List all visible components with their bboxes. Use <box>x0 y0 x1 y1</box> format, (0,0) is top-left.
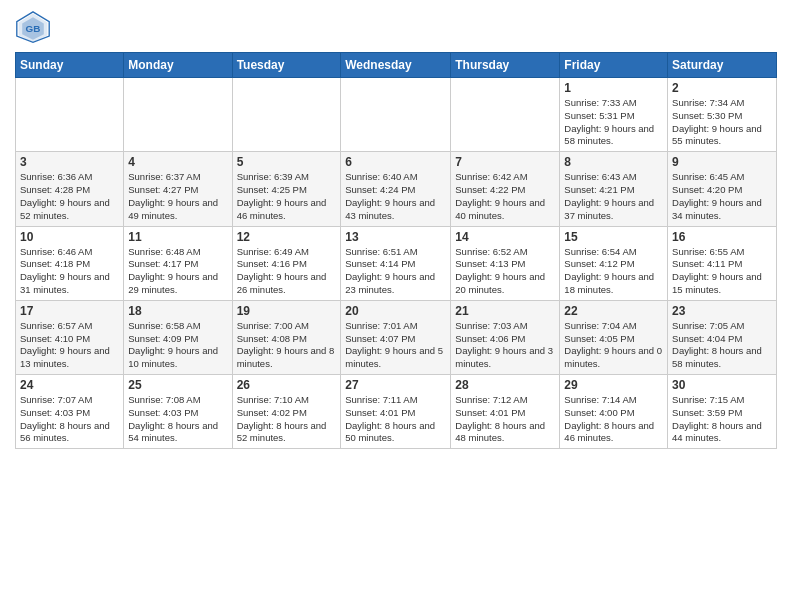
day-cell: 20Sunrise: 7:01 AM Sunset: 4:07 PM Dayli… <box>341 300 451 374</box>
day-cell: 27Sunrise: 7:11 AM Sunset: 4:01 PM Dayli… <box>341 375 451 449</box>
day-info: Sunrise: 6:54 AM Sunset: 4:12 PM Dayligh… <box>564 246 663 297</box>
day-cell: 22Sunrise: 7:04 AM Sunset: 4:05 PM Dayli… <box>560 300 668 374</box>
day-cell: 5Sunrise: 6:39 AM Sunset: 4:25 PM Daylig… <box>232 152 341 226</box>
day-cell: 24Sunrise: 7:07 AM Sunset: 4:03 PM Dayli… <box>16 375 124 449</box>
day-number: 5 <box>237 155 337 169</box>
day-number: 15 <box>564 230 663 244</box>
day-number: 22 <box>564 304 663 318</box>
weekday-monday: Monday <box>124 53 232 78</box>
day-number: 13 <box>345 230 446 244</box>
day-number: 4 <box>128 155 227 169</box>
day-cell: 26Sunrise: 7:10 AM Sunset: 4:02 PM Dayli… <box>232 375 341 449</box>
day-cell: 7Sunrise: 6:42 AM Sunset: 4:22 PM Daylig… <box>451 152 560 226</box>
day-cell: 21Sunrise: 7:03 AM Sunset: 4:06 PM Dayli… <box>451 300 560 374</box>
week-row-1: 3Sunrise: 6:36 AM Sunset: 4:28 PM Daylig… <box>16 152 777 226</box>
day-cell: 3Sunrise: 6:36 AM Sunset: 4:28 PM Daylig… <box>16 152 124 226</box>
day-info: Sunrise: 7:04 AM Sunset: 4:05 PM Dayligh… <box>564 320 663 371</box>
day-cell: 12Sunrise: 6:49 AM Sunset: 4:16 PM Dayli… <box>232 226 341 300</box>
day-info: Sunrise: 6:37 AM Sunset: 4:27 PM Dayligh… <box>128 171 227 222</box>
day-cell <box>451 78 560 152</box>
day-number: 23 <box>672 304 772 318</box>
day-info: Sunrise: 6:58 AM Sunset: 4:09 PM Dayligh… <box>128 320 227 371</box>
weekday-tuesday: Tuesday <box>232 53 341 78</box>
day-info: Sunrise: 6:36 AM Sunset: 4:28 PM Dayligh… <box>20 171 119 222</box>
day-number: 28 <box>455 378 555 392</box>
day-cell: 23Sunrise: 7:05 AM Sunset: 4:04 PM Dayli… <box>668 300 777 374</box>
weekday-header-row: SundayMondayTuesdayWednesdayThursdayFrid… <box>16 53 777 78</box>
day-info: Sunrise: 6:49 AM Sunset: 4:16 PM Dayligh… <box>237 246 337 297</box>
day-cell: 8Sunrise: 6:43 AM Sunset: 4:21 PM Daylig… <box>560 152 668 226</box>
weekday-sunday: Sunday <box>16 53 124 78</box>
day-cell <box>341 78 451 152</box>
logo: GB <box>15 10 55 46</box>
day-cell: 2Sunrise: 7:34 AM Sunset: 5:30 PM Daylig… <box>668 78 777 152</box>
day-number: 2 <box>672 81 772 95</box>
day-info: Sunrise: 6:40 AM Sunset: 4:24 PM Dayligh… <box>345 171 446 222</box>
day-info: Sunrise: 6:55 AM Sunset: 4:11 PM Dayligh… <box>672 246 772 297</box>
week-row-3: 17Sunrise: 6:57 AM Sunset: 4:10 PM Dayli… <box>16 300 777 374</box>
weekday-wednesday: Wednesday <box>341 53 451 78</box>
day-number: 19 <box>237 304 337 318</box>
day-cell: 14Sunrise: 6:52 AM Sunset: 4:13 PM Dayli… <box>451 226 560 300</box>
day-info: Sunrise: 7:05 AM Sunset: 4:04 PM Dayligh… <box>672 320 772 371</box>
day-number: 12 <box>237 230 337 244</box>
day-number: 29 <box>564 378 663 392</box>
day-number: 18 <box>128 304 227 318</box>
day-info: Sunrise: 7:01 AM Sunset: 4:07 PM Dayligh… <box>345 320 446 371</box>
day-info: Sunrise: 7:12 AM Sunset: 4:01 PM Dayligh… <box>455 394 555 445</box>
day-number: 6 <box>345 155 446 169</box>
day-info: Sunrise: 6:51 AM Sunset: 4:14 PM Dayligh… <box>345 246 446 297</box>
day-info: Sunrise: 6:42 AM Sunset: 4:22 PM Dayligh… <box>455 171 555 222</box>
week-row-0: 1Sunrise: 7:33 AM Sunset: 5:31 PM Daylig… <box>16 78 777 152</box>
day-number: 17 <box>20 304 119 318</box>
weekday-saturday: Saturday <box>668 53 777 78</box>
day-info: Sunrise: 7:10 AM Sunset: 4:02 PM Dayligh… <box>237 394 337 445</box>
day-cell: 9Sunrise: 6:45 AM Sunset: 4:20 PM Daylig… <box>668 152 777 226</box>
day-cell: 16Sunrise: 6:55 AM Sunset: 4:11 PM Dayli… <box>668 226 777 300</box>
day-info: Sunrise: 7:11 AM Sunset: 4:01 PM Dayligh… <box>345 394 446 445</box>
header: GB <box>15 10 777 46</box>
day-info: Sunrise: 7:03 AM Sunset: 4:06 PM Dayligh… <box>455 320 555 371</box>
day-number: 16 <box>672 230 772 244</box>
day-info: Sunrise: 7:34 AM Sunset: 5:30 PM Dayligh… <box>672 97 772 148</box>
weekday-friday: Friday <box>560 53 668 78</box>
logo-icon: GB <box>15 10 51 46</box>
day-number: 21 <box>455 304 555 318</box>
day-info: Sunrise: 7:07 AM Sunset: 4:03 PM Dayligh… <box>20 394 119 445</box>
day-info: Sunrise: 6:57 AM Sunset: 4:10 PM Dayligh… <box>20 320 119 371</box>
calendar-table: SundayMondayTuesdayWednesdayThursdayFrid… <box>15 52 777 449</box>
day-cell <box>232 78 341 152</box>
day-info: Sunrise: 7:08 AM Sunset: 4:03 PM Dayligh… <box>128 394 227 445</box>
week-row-4: 24Sunrise: 7:07 AM Sunset: 4:03 PM Dayli… <box>16 375 777 449</box>
day-info: Sunrise: 7:14 AM Sunset: 4:00 PM Dayligh… <box>564 394 663 445</box>
day-number: 7 <box>455 155 555 169</box>
day-cell: 19Sunrise: 7:00 AM Sunset: 4:08 PM Dayli… <box>232 300 341 374</box>
day-cell: 4Sunrise: 6:37 AM Sunset: 4:27 PM Daylig… <box>124 152 232 226</box>
week-row-2: 10Sunrise: 6:46 AM Sunset: 4:18 PM Dayli… <box>16 226 777 300</box>
day-number: 14 <box>455 230 555 244</box>
day-info: Sunrise: 6:39 AM Sunset: 4:25 PM Dayligh… <box>237 171 337 222</box>
day-info: Sunrise: 7:00 AM Sunset: 4:08 PM Dayligh… <box>237 320 337 371</box>
day-cell: 17Sunrise: 6:57 AM Sunset: 4:10 PM Dayli… <box>16 300 124 374</box>
day-cell: 25Sunrise: 7:08 AM Sunset: 4:03 PM Dayli… <box>124 375 232 449</box>
day-number: 30 <box>672 378 772 392</box>
day-number: 10 <box>20 230 119 244</box>
day-info: Sunrise: 6:52 AM Sunset: 4:13 PM Dayligh… <box>455 246 555 297</box>
day-cell <box>16 78 124 152</box>
day-number: 8 <box>564 155 663 169</box>
day-info: Sunrise: 7:15 AM Sunset: 3:59 PM Dayligh… <box>672 394 772 445</box>
day-cell: 29Sunrise: 7:14 AM Sunset: 4:00 PM Dayli… <box>560 375 668 449</box>
day-info: Sunrise: 6:48 AM Sunset: 4:17 PM Dayligh… <box>128 246 227 297</box>
day-cell: 15Sunrise: 6:54 AM Sunset: 4:12 PM Dayli… <box>560 226 668 300</box>
day-number: 26 <box>237 378 337 392</box>
day-number: 1 <box>564 81 663 95</box>
day-info: Sunrise: 6:46 AM Sunset: 4:18 PM Dayligh… <box>20 246 119 297</box>
day-info: Sunrise: 6:45 AM Sunset: 4:20 PM Dayligh… <box>672 171 772 222</box>
day-cell: 10Sunrise: 6:46 AM Sunset: 4:18 PM Dayli… <box>16 226 124 300</box>
day-cell: 28Sunrise: 7:12 AM Sunset: 4:01 PM Dayli… <box>451 375 560 449</box>
day-cell: 30Sunrise: 7:15 AM Sunset: 3:59 PM Dayli… <box>668 375 777 449</box>
day-cell: 11Sunrise: 6:48 AM Sunset: 4:17 PM Dayli… <box>124 226 232 300</box>
day-number: 20 <box>345 304 446 318</box>
day-number: 25 <box>128 378 227 392</box>
day-cell: 6Sunrise: 6:40 AM Sunset: 4:24 PM Daylig… <box>341 152 451 226</box>
